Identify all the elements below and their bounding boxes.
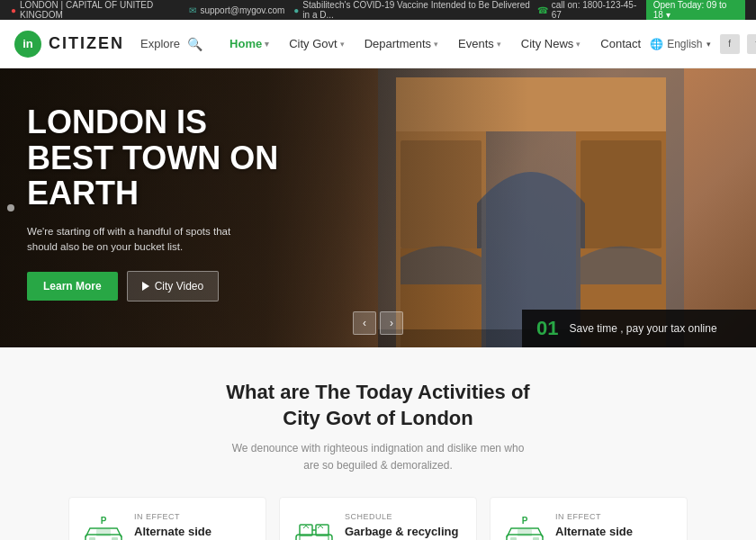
open-badge[interactable]: Open Today: 09 to 18 ▾	[646, 0, 745, 22]
card-icon-parking2: P	[505, 512, 544, 540]
svg-text:P: P	[522, 516, 528, 526]
svg-rect-34	[518, 529, 532, 536]
svg-rect-23	[300, 525, 312, 536]
globe-icon: 🌐	[650, 38, 663, 50]
card-content-1: IN EFFECT Alternate side parkingin effec…	[134, 512, 251, 540]
top-bar-right: ☎ call on: 1800-123-45-67 Open Today: 09…	[537, 0, 745, 22]
nav-right: 🌐 English ▾ f t in	[650, 34, 756, 54]
navbar: in CITIZEN Explore 🔍 Home ▾ City Govt ▾ …	[0, 20, 756, 68]
svg-rect-28	[510, 537, 517, 540]
language-selector[interactable]: 🌐 English ▾	[650, 38, 710, 50]
explore-link[interactable]: Explore	[140, 37, 180, 50]
hero-title: LONDON ISBEST TOWN ONEARTH	[27, 104, 278, 212]
search-icon[interactable]: 🔍	[187, 37, 202, 51]
svg-rect-10	[89, 537, 95, 540]
slider-indicator	[7, 204, 14, 212]
facebook-icon[interactable]: f	[720, 34, 740, 54]
card-title-1: Alternate side parkingin effect.	[134, 525, 251, 540]
activity-card-2: SCHEDULE Garbage & recycling onschedule.	[279, 497, 477, 540]
hero-buttons: Learn More City Video	[27, 271, 278, 302]
chevron-down-icon: ▾	[434, 40, 438, 49]
location-dot: ●	[11, 5, 16, 15]
svg-rect-29	[533, 537, 539, 540]
play-icon	[142, 282, 149, 291]
twitter-icon[interactable]: t	[747, 34, 756, 54]
activity-card-1: P IN EFFECT Alternate side parkingin eff…	[68, 497, 266, 540]
svg-rect-16	[96, 529, 111, 536]
news-item: ● Stabilitech's COVID-19 Vaccine Intende…	[293, 0, 536, 20]
nav-departments[interactable]: Departments ▾	[356, 32, 447, 56]
svg-rect-11	[112, 537, 118, 540]
logo-text: CITIZEN	[49, 34, 124, 53]
news-text: Stabilitech's COVID-19 Vaccine Intended …	[302, 0, 536, 20]
phone-text: call on: 1800-123-45-67	[552, 0, 637, 20]
card-tag-2: SCHEDULE	[345, 512, 462, 521]
slide-arrows: ‹ ›	[353, 311, 403, 335]
card-content-2: SCHEDULE Garbage & recycling onschedule.	[345, 512, 462, 540]
hero-subtitle: We're starting off with a handful of spo…	[27, 224, 243, 256]
email-icon: ✉	[189, 5, 196, 15]
lang-label: English	[667, 38, 702, 50]
news-dot: ●	[293, 5, 299, 15]
activities-section: What are The Today Activities ofCity Gov…	[0, 347, 756, 540]
chevron-down-icon: ▾	[340, 40, 345, 49]
info-text: Save time , pay your tax online	[569, 322, 716, 335]
phone-icon: ☎	[537, 5, 548, 15]
email-text: support@mygov.com	[200, 5, 284, 15]
nav-home[interactable]: Home ▾	[220, 32, 278, 56]
nav-links: Home ▾ City Govt ▾ Departments ▾ Events …	[220, 32, 650, 56]
card-tag-3: IN EFFECT	[555, 512, 672, 521]
social-icons: f t in	[720, 34, 756, 54]
location-text: LONDON | CAPITAL OF UNITED KINGDOM	[20, 0, 180, 20]
info-number: 01	[536, 319, 558, 338]
location-item: ● LONDON | CAPITAL OF UNITED KINGDOM	[11, 0, 180, 20]
chevron-down-icon: ▾	[497, 40, 501, 49]
next-slide-button[interactable]: ›	[380, 311, 403, 335]
city-video-button[interactable]: City Video	[127, 271, 219, 302]
learn-more-button[interactable]: Learn More	[27, 272, 118, 301]
chevron-down-icon: ▾	[576, 40, 580, 49]
hero-content: LONDON ISBEST TOWN ONEARTH We're startin…	[27, 104, 278, 302]
phone-item: ☎ call on: 1800-123-45-67	[537, 0, 637, 20]
activity-card-3: P IN EFFECT Alternate side parkingin eff…	[490, 497, 688, 540]
card-tag-1: IN EFFECT	[134, 512, 251, 521]
svg-text:P: P	[101, 516, 107, 526]
video-btn-label: City Video	[155, 280, 203, 292]
card-icon-garbage	[294, 512, 334, 540]
chevron-down-icon: ▾	[706, 40, 711, 49]
chevron-down-icon: ▾	[265, 40, 269, 49]
card-title-3: Alternate side parkingin effect.	[555, 525, 672, 540]
card-content-3: IN EFFECT Alternate side parkingin effec…	[555, 512, 672, 540]
hero-info-bar: 01 Save time , pay your tax online	[522, 310, 756, 347]
activity-cards: P IN EFFECT Alternate side parkingin eff…	[27, 497, 729, 540]
card-icon-parking: P	[84, 512, 123, 540]
logo-icon: in	[14, 31, 41, 58]
hero-section: LONDON ISBEST TOWN ONEARTH We're startin…	[0, 68, 756, 347]
logo[interactable]: in CITIZEN	[14, 31, 124, 58]
activities-title: What are The Today Activities ofCity Gov…	[27, 380, 729, 431]
nav-city-govt[interactable]: City Govt ▾	[280, 32, 353, 56]
top-bar: ● LONDON | CAPITAL OF UNITED KINGDOM ✉ s…	[0, 0, 756, 20]
email-item[interactable]: ✉ support@mygov.com	[189, 5, 284, 15]
top-bar-left: ● LONDON | CAPITAL OF UNITED KINGDOM ✉ s…	[11, 0, 537, 20]
nav-city-news[interactable]: City News ▾	[512, 32, 590, 56]
svg-rect-24	[316, 525, 328, 536]
nav-events[interactable]: Events ▾	[449, 32, 510, 56]
card-title-2: Garbage & recycling onschedule.	[345, 525, 462, 540]
activities-subtitle: We denounce with righteous indignation a…	[27, 440, 729, 474]
prev-slide-button[interactable]: ‹	[353, 311, 376, 335]
nav-contact[interactable]: Contact	[591, 32, 650, 56]
